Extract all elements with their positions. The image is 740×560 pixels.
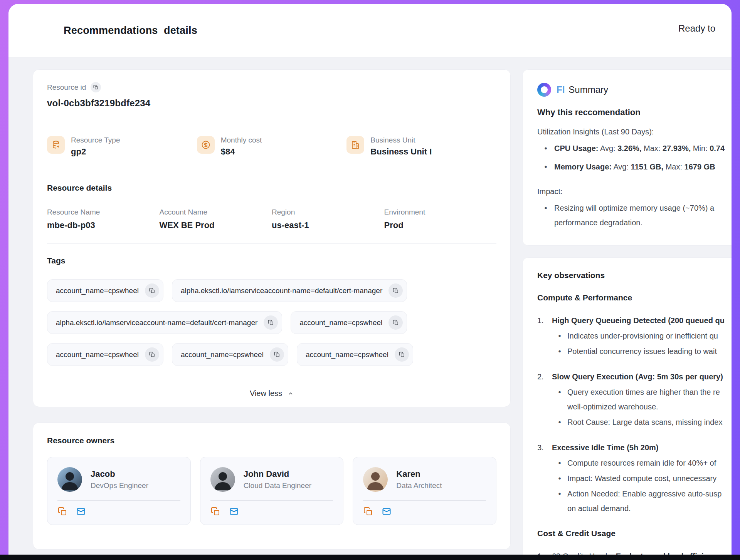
- observation-item: 3. Excessive Idle Time (5h 20m) • Comput…: [537, 440, 732, 516]
- owner-name: Karen: [396, 469, 442, 479]
- bullet-dot: •: [552, 344, 567, 359]
- bullet-dot: •: [552, 471, 567, 486]
- tag-text: account_name=cpswheel: [56, 350, 139, 359]
- impact-line: performance degradation.: [554, 215, 714, 230]
- utilization-bullets: • CPU Usage: Avg: 3.26%, Max: 27.93%, Mi…: [537, 141, 732, 174]
- copy-icon: [58, 507, 67, 516]
- owner-card-jacob: Jacob DevOps Engineer: [47, 457, 191, 525]
- left-column: Resource id vol-0cb3bf3219bdfe234 Resour…: [33, 69, 511, 550]
- avatar: [210, 467, 235, 492]
- copy-tag-button[interactable]: [145, 283, 159, 298]
- copy-icon: [363, 507, 373, 516]
- detail-resource-name: Resource Name mbe-db-p03: [47, 208, 160, 230]
- tag-chip: account_name=cpswheel: [47, 279, 163, 302]
- owner-role: Data Architect: [396, 481, 442, 490]
- copy-icon: [211, 507, 220, 516]
- tag-chip: account_name=cpswheel: [47, 343, 163, 366]
- owner-role: DevOps Engineer: [91, 481, 148, 490]
- copy-tag-button[interactable]: [388, 315, 403, 330]
- divider: [47, 170, 496, 170]
- bullet-dot: •: [537, 201, 554, 230]
- divider: [47, 243, 496, 244]
- copy-owner-button[interactable]: [57, 507, 67, 517]
- stat-value: $84: [221, 147, 262, 157]
- copy-owner-button[interactable]: [363, 507, 373, 517]
- divider: [363, 500, 486, 501]
- content-area: Resource id vol-0cb3bf3219bdfe234 Resour…: [8, 58, 732, 555]
- stat-resource-type: Resource Type gp2: [47, 136, 197, 157]
- tag-chip: account_name=cpswheel: [291, 311, 407, 334]
- item-bullet: well-optimized warehouse.: [567, 399, 720, 414]
- database-icon: [47, 136, 65, 154]
- copy-icon: [274, 352, 280, 357]
- brand-suffix: Summary: [568, 84, 608, 95]
- fi-summary-card: FI Summary Why this reccomendation Utili…: [522, 69, 732, 246]
- owners-row: Jacob DevOps Engineer: [47, 457, 496, 525]
- observation-item: 2. Slow Query Execution (Avg: 5m 30s per…: [537, 369, 732, 429]
- mail-icon: [382, 507, 391, 516]
- brand-name: FI: [557, 84, 565, 95]
- tags-list: account_name=cpswheel alpha.eksctl.io/ia…: [47, 279, 496, 366]
- mail-icon: [229, 507, 239, 516]
- item-title: Excessive Idle Time (5h 20m): [552, 440, 722, 455]
- resource-id-value: vol-0cb3bf3219bdfe234: [47, 98, 496, 109]
- copy-icon: [93, 85, 98, 90]
- utilization-head: Utilization Insights (Last 90 Days):: [537, 127, 732, 136]
- stat-label: Monthly cost: [221, 136, 262, 144]
- copy-tag-button[interactable]: [145, 347, 159, 362]
- cpu-usage-bullet: • CPU Usage: Avg: 3.26%, Max: 27.93%, Mi…: [537, 141, 732, 156]
- copy-tag-button[interactable]: [264, 315, 278, 330]
- owner-name: Jacob: [91, 469, 148, 479]
- detail-label: Region: [272, 208, 384, 216]
- detail-value: Prod: [384, 220, 497, 230]
- item-number: 1.: [537, 313, 552, 359]
- detail-environment: Environment Prod: [384, 208, 497, 230]
- bullet-dot: •: [552, 385, 567, 414]
- compute-performance-heading: Compute & Performance: [537, 293, 732, 302]
- item-bullet: Action Needed: Enable aggressive auto-su…: [567, 486, 722, 501]
- bullet-dot: •: [552, 415, 567, 429]
- page-header: Recommendations details Ready to: [8, 4, 732, 58]
- observation-item: 1. 63 Credits Used – Evaluate workload e…: [537, 549, 732, 555]
- copy-icon: [399, 352, 405, 357]
- key-observations-title: Key observations: [537, 271, 732, 280]
- copy-owner-button[interactable]: [210, 507, 220, 517]
- email-owner-button[interactable]: [382, 507, 392, 517]
- resource-owners-title: Resource owners: [47, 436, 496, 445]
- item-bullet: Indicates under-provisioning or ineffici…: [567, 329, 718, 343]
- impact-head: Impact:: [537, 187, 732, 196]
- view-less-button[interactable]: View less: [33, 380, 510, 407]
- copy-icon: [393, 320, 399, 325]
- bullet-dot: •: [537, 141, 554, 156]
- item-title: High Query Queueing Detected (200 queued…: [552, 313, 725, 328]
- tag-text: account_name=cpswheel: [306, 350, 388, 359]
- detail-region: Region us-east-1: [272, 208, 384, 230]
- copy-resource-id-button[interactable]: [91, 82, 101, 92]
- item-bullet: Query execution times are higher than th…: [567, 385, 720, 399]
- copy-tag-button[interactable]: [395, 347, 409, 362]
- email-owner-button[interactable]: [76, 507, 86, 517]
- item-bullet: on actual demand.: [567, 501, 722, 516]
- owner-card-karen: Karen Data Architect: [353, 457, 496, 525]
- stat-label: Business Unit: [370, 136, 432, 144]
- owner-card-john-david: John David Cloud Data Engineer: [200, 457, 344, 525]
- detail-value: mbe-db-p03: [47, 220, 160, 230]
- stat-monthly-cost: Monthly cost $84: [197, 136, 347, 157]
- owner-role: Cloud Data Engineer: [244, 481, 311, 490]
- item-title: 63 Credits Used – Evaluate workload effi…: [552, 549, 721, 555]
- email-owner-button[interactable]: [229, 507, 239, 517]
- item-bullet: Potential concurrency issues leading to …: [567, 344, 717, 359]
- copy-tag-button[interactable]: [270, 347, 284, 362]
- tag-chip: alpha.eksctl.io/iamserviceaccount-name=d…: [47, 311, 282, 334]
- impact-bullets: • Resizing will optimize memory usage (~…: [537, 201, 732, 230]
- copy-tag-button[interactable]: [388, 283, 403, 298]
- tags-title: Tags: [47, 256, 496, 265]
- divider: [47, 122, 496, 122]
- impact-bullet: • Resizing will optimize memory usage (~…: [537, 201, 732, 230]
- avatar: [363, 467, 388, 492]
- ready-to-action[interactable]: Ready to: [678, 23, 715, 34]
- divider: [57, 500, 180, 501]
- observation-item: 1. High Query Queueing Detected (200 que…: [537, 313, 732, 359]
- fi-logo-icon: [537, 83, 551, 97]
- item-title: Slow Query Execution (Avg: 5m 30s per qu…: [552, 369, 723, 384]
